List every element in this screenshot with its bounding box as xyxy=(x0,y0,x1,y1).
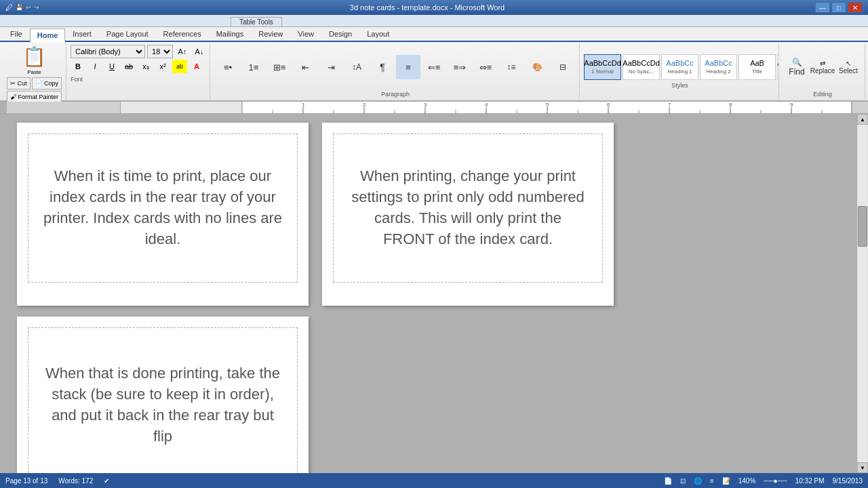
maximize-button[interactable]: □ xyxy=(831,2,846,13)
tab-design[interactable]: Design xyxy=(321,27,359,41)
indent-decrease-button[interactable]: ⇤ xyxy=(293,55,317,79)
svg-text:5: 5 xyxy=(546,102,549,108)
status-bar: Page 13 of 13 Words: 172 ✔ 📄 ⊡ 🌐 ≡ 📝 140… xyxy=(0,473,868,488)
tab-pagelayout[interactable]: Page Layout xyxy=(99,27,156,41)
style-normal[interactable]: AaBbCcDd 1 Normal xyxy=(584,54,621,80)
scroll-down-button[interactable]: ▼ xyxy=(857,462,868,473)
font-color-button[interactable]: A xyxy=(189,60,204,73)
left-margin xyxy=(0,114,7,473)
quick-access-undo[interactable]: ↩ xyxy=(26,4,31,11)
style-h1[interactable]: AaBbCc Heading 1 xyxy=(661,54,698,80)
title-bar-buttons: — □ ✕ xyxy=(815,2,863,13)
clipboard-group: 📋Paste ✂ Cut 📄 Copy 🖌 Format Painter Cli… xyxy=(3,43,66,99)
grow-font-button[interactable]: A↑ xyxy=(175,45,190,58)
superscript-button[interactable]: x² xyxy=(155,60,170,73)
time-display: 10:32 PM xyxy=(795,477,825,485)
page-info: Page 13 of 13 xyxy=(5,477,47,485)
paste-button[interactable]: 📋Paste xyxy=(20,45,50,76)
show-marks-button[interactable]: ¶ xyxy=(370,55,395,79)
card-inner-3: When that is done printing, take the sta… xyxy=(28,327,298,473)
ribbon-tabs: File Home Insert Page Layout References … xyxy=(0,27,868,42)
select-button[interactable]: ↖ Select xyxy=(836,55,861,79)
minimize-button[interactable]: — xyxy=(815,2,830,13)
tab-review[interactable]: Review xyxy=(251,27,290,41)
tab-home[interactable]: Home xyxy=(30,28,66,42)
tab-insert[interactable]: Insert xyxy=(65,27,99,41)
quick-access-redo[interactable]: ↪ xyxy=(34,4,39,11)
style-nospace[interactable]: AaBbCcDd No Spac... xyxy=(623,54,660,80)
document-scroll[interactable]: When it is time to print, place our inde… xyxy=(7,114,857,473)
font-format-row: B I U ab x₂ x² ab A xyxy=(71,60,207,73)
svg-text:7: 7 xyxy=(668,102,671,108)
align-left-button[interactable]: ⇐≡ xyxy=(422,55,446,79)
view-full-screen[interactable]: ⊡ xyxy=(680,477,686,485)
svg-text:4: 4 xyxy=(485,102,488,108)
sort-button[interactable]: ↕A xyxy=(344,55,369,79)
paragraph-group-label: Paragraph xyxy=(381,89,410,98)
bullets-button[interactable]: ≡• xyxy=(216,55,240,79)
styles-row: AaBbCcDd 1 Normal AaBbCcDd No Spac... Aa… xyxy=(584,54,776,80)
shrink-font-button[interactable]: A↓ xyxy=(192,45,207,58)
view-outline[interactable]: ≡ xyxy=(710,477,714,485)
ruler-inner: 1 2 3 4 5 6 7 8 9 xyxy=(241,102,852,113)
clipboard-row: ✂ Cut 📄 Copy xyxy=(7,77,62,89)
scroll-thumb[interactable] xyxy=(858,206,867,247)
svg-text:8: 8 xyxy=(729,102,732,108)
numbering-button[interactable]: 1≡ xyxy=(241,55,266,79)
style-title[interactable]: AaB Title xyxy=(738,54,776,80)
card-page-1: When it is time to print, place our inde… xyxy=(17,123,309,306)
table-tools-label: Table Tools xyxy=(231,17,282,26)
justify-button[interactable]: ⇔≡ xyxy=(473,55,498,79)
shading-button[interactable]: 🎨 xyxy=(525,55,549,79)
replace-button[interactable]: ⇄ Replace xyxy=(810,55,835,79)
font-name-row: Calibri (Body) 18 A↑ A↓ xyxy=(71,45,207,58)
card-inner-2: When printing, change your print setting… xyxy=(333,134,603,283)
card-text-1[interactable]: When it is time to print, place our inde… xyxy=(42,166,283,249)
bold-button[interactable]: B xyxy=(71,60,85,73)
border-button[interactable]: ⊟ xyxy=(551,55,575,79)
view-print-layout[interactable]: 📄 xyxy=(664,477,672,485)
word-icon: 🖊 xyxy=(5,3,13,12)
paragraph-group: ≡• 1≡ ⊞≡ ⇤ ⇥ ↕A ¶ ≡ ⇐≡ ≡⇒ ⇔≡ ↕≡ 🎨 ⊟ Para… xyxy=(212,43,580,99)
editing-group: 🔍 Find ⇄ Replace ↖ Select Editing xyxy=(781,43,865,99)
find-button[interactable]: 🔍 Find xyxy=(785,55,809,79)
tab-mailings[interactable]: Mailings xyxy=(209,27,251,41)
font-size-select[interactable]: 18 xyxy=(147,45,173,58)
scroll-up-button[interactable]: ▲ xyxy=(857,114,868,125)
tab-references[interactable]: References xyxy=(156,27,209,41)
view-web[interactable]: 🌐 xyxy=(694,477,702,485)
italic-button[interactable]: I xyxy=(87,60,102,73)
title-bar: 🖊 💾 ↩ ↪ 3d note cards - template.docx - … xyxy=(0,0,868,15)
styles-group: AaBbCcDd 1 Normal AaBbCcDd No Spac... Aa… xyxy=(581,43,779,99)
text-highlight-button[interactable]: ab xyxy=(172,60,187,73)
title-bar-title: 3d note cards - template.docx - Microsof… xyxy=(39,3,815,12)
table-tools-bar: Table Tools xyxy=(0,15,868,27)
word-count: Words: 172 xyxy=(58,477,93,485)
style-subtitle[interactable]: AaBbCcDd Subtitle xyxy=(777,54,779,80)
view-draft[interactable]: 📝 xyxy=(722,477,730,485)
multilevel-button[interactable]: ⊞≡ xyxy=(267,55,292,79)
scroll-track[interactable] xyxy=(858,125,867,462)
cut-button[interactable]: ✂ Cut xyxy=(7,77,31,89)
underline-button[interactable]: U xyxy=(104,60,119,73)
tab-file[interactable]: File xyxy=(3,27,30,41)
align-right-button[interactable]: ≡⇒ xyxy=(448,55,472,79)
tab-layout[interactable]: Layout xyxy=(359,27,397,41)
font-name-select[interactable]: Calibri (Body) xyxy=(71,45,145,58)
subscript-button[interactable]: x₂ xyxy=(138,60,153,73)
tab-view[interactable]: View xyxy=(290,27,321,41)
zoom-slider[interactable]: ──●── xyxy=(764,477,787,485)
document-area: When it is time to print, place our inde… xyxy=(0,114,868,473)
copy-button[interactable]: 📄 Copy xyxy=(32,77,62,89)
zoom-level: 140% xyxy=(738,477,756,485)
line-spacing-button[interactable]: ↕≡ xyxy=(499,55,524,79)
close-button[interactable]: ✕ xyxy=(848,2,863,13)
indent-increase-button[interactable]: ⇥ xyxy=(319,55,343,79)
style-h2[interactable]: AaBbCc Heading 2 xyxy=(700,54,737,80)
card-row-1: When it is time to print, place our inde… xyxy=(10,117,854,311)
card-text-3[interactable]: When that is done printing, take the sta… xyxy=(42,363,283,447)
card-text-2[interactable]: When printing, change your print setting… xyxy=(347,166,589,249)
align-center-button[interactable]: ≡ xyxy=(396,55,420,79)
quick-access-save[interactable]: 💾 xyxy=(16,4,23,11)
strikethrough-button[interactable]: ab xyxy=(121,60,136,73)
